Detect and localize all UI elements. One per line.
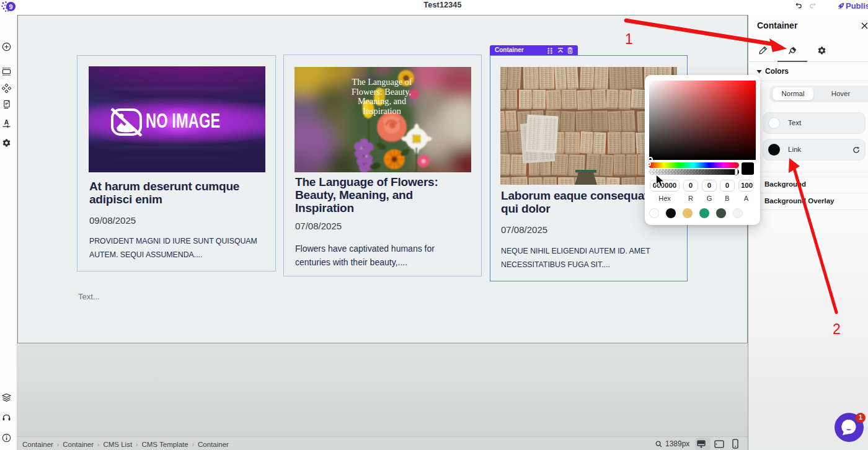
svg-text:Inspiration: Inspiration xyxy=(363,106,401,116)
svg-text:A: A xyxy=(4,119,9,126)
svg-text:Flowers: Beauty,: Flowers: Beauty, xyxy=(352,87,411,97)
svg-text:The Language of: The Language of xyxy=(352,77,412,87)
svg-text:9: 9 xyxy=(9,3,12,11)
svg-text:Meaning, and: Meaning, and xyxy=(358,96,406,106)
